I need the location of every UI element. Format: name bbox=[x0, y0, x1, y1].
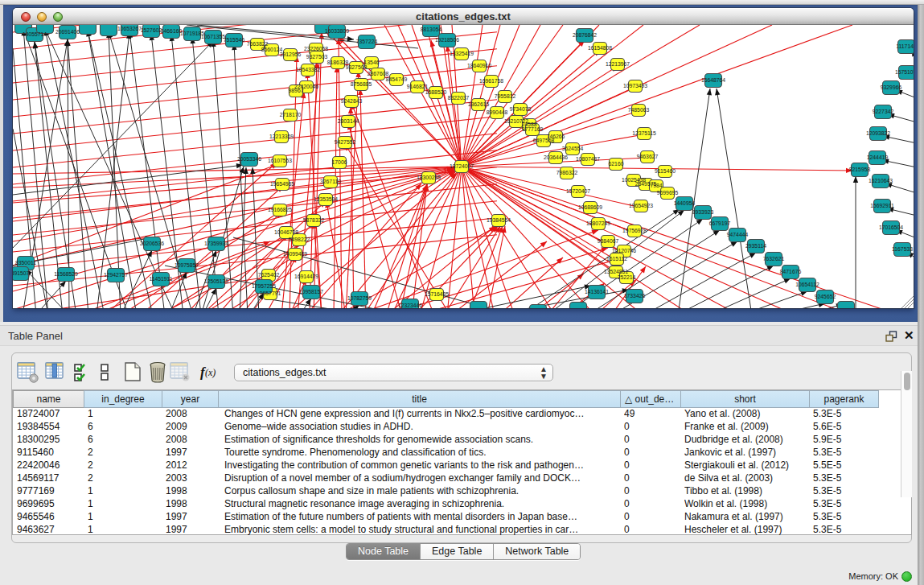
svg-text:10046798: 10046798 bbox=[274, 229, 298, 235]
svg-text:9777169: 9777169 bbox=[522, 126, 544, 132]
svg-text:20206536: 20206536 bbox=[140, 241, 164, 246]
svg-text:10688609: 10688609 bbox=[578, 204, 602, 210]
svg-text:11568529: 11568529 bbox=[54, 271, 78, 277]
svg-text:10807487: 10807487 bbox=[576, 156, 600, 162]
svg-text:16033809: 16033809 bbox=[325, 28, 349, 34]
svg-text:10782759: 10782759 bbox=[347, 295, 372, 301]
svg-text:9427552: 9427552 bbox=[335, 139, 356, 145]
svg-text:7663822: 7663822 bbox=[247, 41, 269, 47]
svg-text:12213967: 12213967 bbox=[606, 61, 630, 67]
svg-text:1362615: 1362615 bbox=[468, 101, 490, 107]
svg-text:13524851: 13524851 bbox=[604, 269, 628, 274]
svg-text:2867608: 2867608 bbox=[368, 71, 389, 76]
svg-text:7984: 7984 bbox=[650, 183, 662, 188]
svg-text:16648764: 16648764 bbox=[701, 77, 725, 83]
svg-text:15751074: 15751074 bbox=[895, 69, 914, 75]
svg-text:12375115: 12375115 bbox=[632, 130, 656, 136]
svg-text:18640910: 18640910 bbox=[467, 63, 491, 68]
svg-text:252214: 252214 bbox=[618, 274, 636, 280]
svg-text:1244419: 1244419 bbox=[867, 154, 889, 160]
svg-text:12353594: 12353594 bbox=[314, 196, 338, 202]
svg-text:12505135: 12505135 bbox=[204, 278, 228, 284]
svg-text:17016504: 17016504 bbox=[879, 225, 903, 230]
svg-text:9474444: 9474444 bbox=[727, 232, 749, 237]
svg-text:8454749: 8454749 bbox=[386, 76, 408, 82]
svg-text:2718170: 2718170 bbox=[280, 112, 302, 117]
svg-text:746266: 746266 bbox=[547, 134, 565, 139]
svg-text:12323446: 12323446 bbox=[398, 303, 422, 308]
svg-text:16154808: 16154808 bbox=[588, 45, 612, 51]
svg-text:1588520: 1588520 bbox=[425, 89, 447, 95]
svg-text:9242843: 9242843 bbox=[341, 98, 363, 104]
svg-text:19384554: 19384554 bbox=[487, 217, 511, 223]
svg-text:20364436: 20364436 bbox=[544, 154, 568, 160]
svg-text:10653267: 10653267 bbox=[117, 26, 142, 31]
svg-text:62160: 62160 bbox=[609, 161, 624, 167]
svg-text:(x): (x) bbox=[205, 367, 216, 378]
svg-text:1440954: 1440954 bbox=[674, 200, 696, 206]
svg-text:1615112: 1615112 bbox=[606, 256, 627, 262]
svg-text:391507: 391507 bbox=[13, 270, 30, 276]
svg-text:98967: 98967 bbox=[289, 88, 304, 93]
svg-text:13325419: 13325419 bbox=[450, 51, 474, 56]
svg-text:1117145: 1117145 bbox=[896, 43, 914, 49]
svg-text:19166825: 19166825 bbox=[268, 207, 292, 212]
svg-text:15692911: 15692911 bbox=[870, 203, 894, 208]
svg-text:9657791: 9657791 bbox=[260, 290, 281, 296]
svg-text:14099489: 14099489 bbox=[283, 251, 307, 257]
svg-text:10120746: 10120746 bbox=[612, 248, 636, 253]
svg-text:10543382: 10543382 bbox=[296, 67, 320, 72]
svg-text:18807249: 18807249 bbox=[586, 220, 610, 226]
svg-text:9463627: 9463627 bbox=[637, 154, 659, 159]
svg-text:5498222: 5498222 bbox=[289, 237, 310, 242]
svg-text:16914479: 16914479 bbox=[294, 274, 318, 279]
svg-text:20876842: 20876842 bbox=[573, 32, 597, 38]
svg-text:2803144: 2803144 bbox=[338, 118, 359, 124]
svg-text:3912956: 3912956 bbox=[280, 51, 302, 57]
svg-text:7632621: 7632621 bbox=[763, 256, 785, 262]
svg-text:19756928: 19756928 bbox=[622, 228, 647, 233]
svg-text:2935114: 2935114 bbox=[745, 243, 766, 249]
svg-text:1167533: 1167533 bbox=[892, 246, 913, 252]
svg-text:9734078: 9734078 bbox=[510, 106, 532, 112]
svg-text:10973493: 10973493 bbox=[623, 83, 647, 89]
svg-text:9327508: 9327508 bbox=[346, 64, 368, 70]
svg-text:14136141: 14136141 bbox=[585, 289, 609, 295]
svg-text:9329966: 9329966 bbox=[881, 84, 902, 90]
svg-text:15720407: 15720407 bbox=[566, 188, 590, 194]
svg-text:9327503: 9327503 bbox=[306, 54, 328, 60]
svg-text:8990448: 8990448 bbox=[487, 109, 508, 115]
svg-text:8471676: 8471676 bbox=[780, 269, 802, 274]
svg-text:20053346: 20053346 bbox=[237, 156, 261, 162]
svg-text:12213369: 12213369 bbox=[269, 134, 294, 139]
svg-text:1527602: 1527602 bbox=[141, 27, 162, 33]
svg-text:7955812: 7955812 bbox=[495, 93, 516, 99]
svg-text:17957255: 17957255 bbox=[252, 283, 276, 289]
svg-text:9245652: 9245652 bbox=[815, 294, 836, 299]
svg-text:17359934: 17359934 bbox=[204, 241, 228, 246]
svg-text:9115460: 9115460 bbox=[655, 168, 676, 174]
svg-text:16961758: 16961758 bbox=[479, 78, 503, 84]
svg-text:23226058: 23226058 bbox=[304, 46, 328, 51]
svg-text:12093822: 12093822 bbox=[866, 130, 890, 136]
svg-text:19654985: 19654985 bbox=[270, 181, 294, 187]
svg-text:9699695: 9699695 bbox=[657, 190, 679, 196]
svg-text:7625402: 7625402 bbox=[258, 272, 280, 278]
svg-text:7515546: 7515546 bbox=[224, 37, 245, 43]
svg-text:5878332: 5878332 bbox=[303, 217, 325, 223]
svg-text:18724007: 18724007 bbox=[450, 163, 474, 169]
svg-text:15716485: 15716485 bbox=[425, 291, 449, 297]
svg-text:10654112: 10654112 bbox=[795, 282, 819, 287]
svg-text:8466160: 8466160 bbox=[161, 28, 183, 34]
svg-text:10958157: 10958157 bbox=[299, 289, 323, 295]
svg-text:16107553: 16107553 bbox=[268, 158, 292, 163]
svg-text:7357224: 7357224 bbox=[356, 39, 378, 44]
svg-text:8322037: 8322037 bbox=[448, 95, 470, 101]
svg-text:7485063: 7485063 bbox=[628, 107, 650, 113]
svg-text:8215958: 8215958 bbox=[849, 167, 871, 172]
svg-text:10975857: 10975857 bbox=[175, 262, 199, 268]
svg-text:13546: 13546 bbox=[364, 60, 380, 65]
svg-text:12942757: 12942757 bbox=[104, 272, 128, 278]
svg-text:11451911: 11451911 bbox=[149, 276, 172, 282]
svg-text:19654923: 19654923 bbox=[629, 203, 653, 208]
